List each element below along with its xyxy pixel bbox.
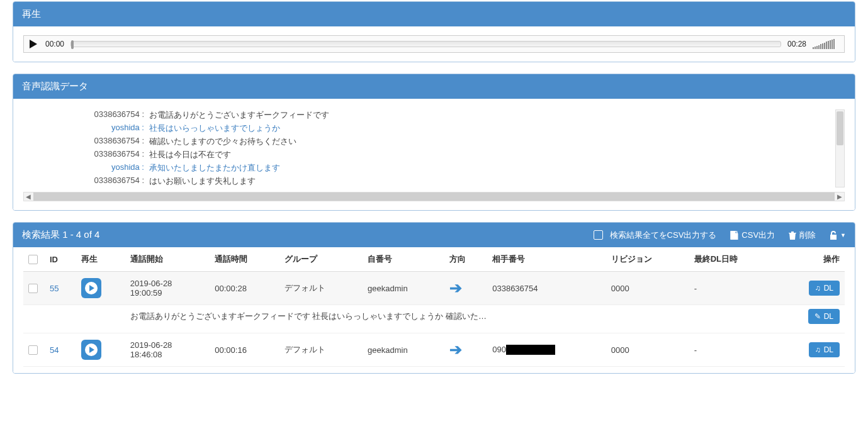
col-own-number: 自番号 — [363, 247, 444, 272]
horizontal-scrollbar[interactable]: ◀▶ — [23, 192, 845, 201]
trash-icon — [789, 231, 796, 240]
cell-duration: 00:00:16 — [210, 333, 279, 367]
transcript-speaker: yoshida : — [23, 123, 149, 134]
col-actions: 操作 — [777, 247, 845, 272]
music-icon: ♫ — [815, 284, 821, 293]
id-link[interactable]: 54 — [50, 345, 59, 355]
id-link[interactable]: 55 — [50, 284, 59, 293]
music-icon: ♫ — [815, 345, 821, 354]
col-duration: 通話時間 — [210, 247, 279, 272]
cell-revision: 0000 — [606, 333, 689, 367]
transcript-speaker: 0338636754 : — [23, 149, 149, 160]
cell-other-number: 090 — [487, 333, 606, 367]
cell-actions: ♫ DL — [777, 272, 845, 305]
snippet-row: お電話ありがとうございますギークフィードです 社長はいらっしゃいますでしょうか … — [23, 305, 845, 333]
row-play-button[interactable] — [81, 278, 101, 298]
lock-menu[interactable]: ▼ — [830, 231, 846, 240]
playback-panel: 再生 00:00 00:28 — [13, 1, 855, 62]
transcript-title: 音声認識データ — [22, 81, 88, 92]
audio-player: 00:00 00:28 — [23, 35, 845, 53]
col-start: 通話開始 — [125, 247, 210, 272]
cell-group: デフォルト — [279, 333, 363, 367]
transcript-row: 0338636754 :お電話ありがとうございますギークフィードです — [23, 109, 835, 121]
transcript-lines: 0338636754 :お電話ありがとうございますギークフィードですyoshid… — [23, 109, 845, 187]
audio-current-time: 00:00 — [45, 40, 64, 48]
csv-label: CSV出力 — [741, 230, 775, 241]
row-checkbox[interactable] — [28, 345, 38, 355]
export-all-label: 検索結果全てをCSV出力する — [610, 230, 717, 241]
cell-other-number: 0338636754 — [487, 272, 606, 305]
cell-checkbox — [23, 272, 45, 305]
audio-seek-slider[interactable] — [70, 41, 781, 47]
table-row: 552019-06-2819:00:5900:00:28デフォルトgeekadm… — [23, 272, 845, 305]
play-button[interactable] — [28, 38, 39, 50]
transcript-row: 0338636754 :はいお願いします失礼します — [23, 176, 835, 187]
row-play-button[interactable] — [81, 340, 101, 360]
cell-direction: ➔ — [444, 333, 487, 367]
results-table: ID 再生 通話開始 通話時間 グループ 自番号 方向 相手番号 リビジョン 最… — [23, 247, 845, 367]
cell-edit-dl: ✎ DL — [777, 305, 845, 333]
results-title: 検索結果 1 - 4 of 4 — [22, 229, 99, 241]
cell-last-dl: - — [689, 333, 777, 367]
col-revision: リビジョン — [606, 247, 689, 272]
unlock-icon — [830, 231, 837, 240]
select-all-checkbox[interactable] — [28, 255, 38, 264]
file-icon — [730, 231, 738, 240]
delete-button[interactable]: 削除 — [789, 230, 816, 241]
col-play: 再生 — [76, 247, 125, 272]
transcript-speaker: 0338636754 : — [23, 136, 149, 147]
row-checkbox[interactable] — [28, 284, 38, 293]
csv-export-button[interactable]: CSV出力 — [730, 230, 775, 241]
arrow-right-icon: ➔ — [449, 341, 462, 358]
transcript-header: 音声認識データ — [13, 74, 855, 99]
checkbox-icon — [594, 230, 603, 240]
cell-id: 54 — [45, 333, 76, 367]
redacted-number — [506, 345, 555, 355]
cell-own-number: geekadmin — [363, 272, 444, 305]
transcript-text: 承知いたしましたまたかけ直します — [149, 162, 835, 174]
cell-id: 55 — [45, 272, 76, 305]
audio-dl-button[interactable]: ♫ DL — [809, 342, 840, 357]
transcript-panel: 音声認識データ 0338636754 :お電話ありがとうございますギークフィード… — [13, 74, 855, 211]
export-all-checkbox[interactable]: 検索結果全てをCSV出力する — [594, 230, 717, 241]
edit-dl-button[interactable]: ✎ DL — [808, 309, 840, 324]
transcript-text: 社長は今日は不在です — [149, 149, 835, 160]
results-header: 検索結果 1 - 4 of 4 検索結果全てをCSV出力する CSV出力 削除 … — [13, 223, 855, 247]
cell-start: 2019-06-2819:00:59 — [125, 272, 210, 305]
snippet-text: お電話ありがとうございますギークフィードです 社長はいらっしゃいますでしょうか … — [125, 305, 777, 333]
transcript-speaker: 0338636754 : — [23, 109, 149, 121]
cell-revision: 0000 — [606, 272, 689, 305]
pencil-icon: ✎ — [814, 312, 821, 321]
playback-title: 再生 — [22, 8, 41, 20]
cell-start: 2019-06-2818:46:08 — [125, 333, 210, 367]
transcript-body: 0338636754 :お電話ありがとうございますギークフィードですyoshid… — [13, 99, 855, 210]
transcript-row: yoshida :社長はいらっしゃいますでしょうか — [23, 123, 835, 134]
audio-duration: 00:28 — [787, 40, 806, 48]
results-body: ID 再生 通話開始 通話時間 グループ 自番号 方向 相手番号 リビジョン 最… — [13, 247, 855, 373]
chevron-down-icon: ▼ — [840, 232, 846, 238]
table-row: 542019-06-2818:46:0800:00:16デフォルトgeekadm… — [23, 333, 845, 367]
transcript-text: 確認いたしますので少々お待ちください — [149, 136, 835, 147]
audio-dl-button[interactable]: ♫ DL — [809, 281, 840, 296]
transcript-text: お電話ありがとうございますギークフィードです — [149, 109, 835, 121]
col-id: ID — [45, 247, 76, 272]
playback-body: 00:00 00:28 — [13, 26, 855, 62]
results-panel: 検索結果 1 - 4 of 4 検索結果全てをCSV出力する CSV出力 削除 … — [13, 222, 855, 374]
col-group: グループ — [279, 247, 363, 272]
cell-play — [76, 272, 125, 305]
col-last-dl: 最終DL日時 — [689, 247, 777, 272]
transcript-row: yoshida :承知いたしましたまたかけ直します — [23, 162, 835, 174]
delete-label: 削除 — [799, 230, 816, 241]
cell-checkbox — [23, 333, 45, 367]
cell-last-dl: - — [689, 272, 777, 305]
cell-play — [76, 333, 125, 367]
volume-icon[interactable] — [813, 39, 840, 49]
cell-own-number: geekadmin — [363, 333, 444, 367]
col-direction: 方向 — [444, 247, 487, 272]
playback-header: 再生 — [13, 2, 855, 26]
cell-group: デフォルト — [279, 272, 363, 305]
transcript-row: 0338636754 :確認いたしますので少々お待ちください — [23, 136, 835, 147]
transcript-text: 社長はいらっしゃいますでしょうか — [149, 123, 835, 134]
vertical-scrollbar[interactable] — [835, 109, 845, 187]
col-other-number: 相手番号 — [487, 247, 606, 272]
